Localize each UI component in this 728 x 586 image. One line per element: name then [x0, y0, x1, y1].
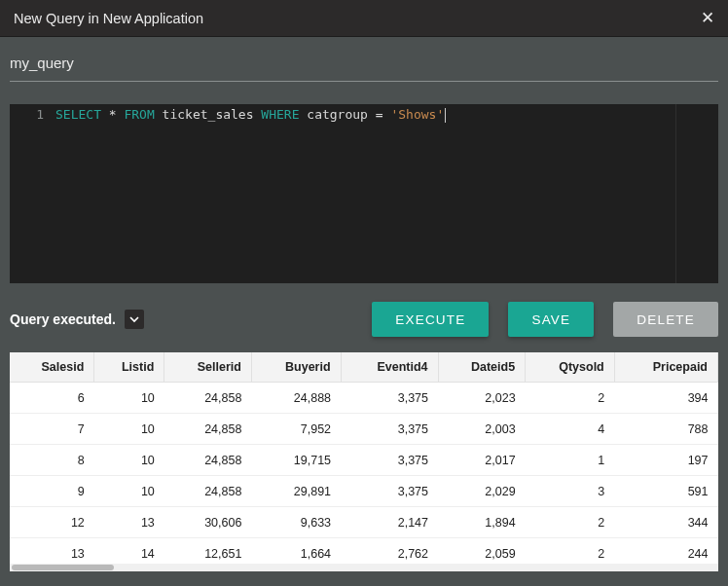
- token-col: catgroup: [299, 107, 375, 122]
- token-eq: =: [376, 107, 391, 122]
- editor-right-margin: [675, 104, 676, 283]
- query-name-row: [0, 37, 728, 82]
- scrollbar-thumb[interactable]: [12, 565, 114, 570]
- table-cell: 6: [10, 383, 94, 414]
- table-cell: 591: [614, 476, 717, 507]
- col-listid[interactable]: Listid: [94, 352, 164, 383]
- table-cell: 8: [10, 445, 94, 476]
- table-cell: 2: [526, 507, 615, 538]
- table-cell: 7: [10, 414, 94, 445]
- table-cell: 24,858: [164, 445, 252, 476]
- table-cell: 3,375: [341, 414, 438, 445]
- token-select: SELECT: [55, 107, 101, 122]
- col-sellerid[interactable]: Sellerid: [164, 352, 252, 383]
- table-cell: 30,606: [164, 507, 252, 538]
- col-dateid5[interactable]: Dateid5: [438, 352, 526, 383]
- table-row[interactable]: 71024,8587,9523,3752,0034788: [10, 414, 718, 445]
- table-cell: 197: [614, 445, 717, 476]
- line-number: 1: [10, 107, 44, 122]
- editor-gutter: 1: [10, 104, 52, 283]
- token-table: ticket_sales: [155, 107, 262, 122]
- table-cell: 9: [10, 476, 94, 507]
- table-cell: 3: [526, 476, 615, 507]
- table-cell: 2: [526, 383, 615, 414]
- delete-button[interactable]: DELETE: [613, 302, 718, 337]
- table-cell: 4: [526, 414, 615, 445]
- table-cell: 10: [94, 445, 164, 476]
- table-cell: 12: [10, 507, 94, 538]
- sql-editor[interactable]: 1 SELECT * FROM ticket_sales WHERE catgr…: [10, 104, 718, 283]
- table-cell: 13: [94, 507, 164, 538]
- table-cell: 1,894: [438, 507, 526, 538]
- table-cell: 24,858: [164, 476, 252, 507]
- token-val: 'Shows': [390, 107, 444, 122]
- save-button[interactable]: SAVE: [508, 302, 594, 337]
- table-row[interactable]: 91024,85829,8913,3752,0293591: [10, 476, 718, 507]
- table-cell: 19,715: [251, 445, 341, 476]
- text-caret: [445, 108, 446, 123]
- table-cell: 10: [94, 383, 164, 414]
- token-from: FROM: [124, 107, 154, 122]
- table-cell: 3,375: [341, 383, 438, 414]
- table-cell: 29,891: [251, 476, 341, 507]
- close-icon[interactable]: ✕: [701, 10, 714, 26]
- query-status: Query executed.: [10, 311, 116, 327]
- col-buyerid[interactable]: Buyerid: [251, 352, 341, 383]
- table-cell: 2,147: [341, 507, 438, 538]
- token-where: WHERE: [261, 107, 299, 122]
- window-title: New Query in New Application: [14, 11, 203, 26]
- table-cell: 1: [526, 445, 615, 476]
- results-table-wrap[interactable]: Salesid Listid Sellerid Buyerid Eventid4…: [10, 352, 718, 571]
- table-cell: 9,633: [251, 507, 341, 538]
- query-name-input[interactable]: [10, 51, 718, 82]
- horizontal-scrollbar[interactable]: [10, 564, 718, 571]
- results-table: Salesid Listid Sellerid Buyerid Eventid4…: [10, 352, 718, 569]
- execute-button[interactable]: EXECUTE: [372, 302, 489, 337]
- col-salesid[interactable]: Salesid: [10, 352, 94, 383]
- title-bar: New Query in New Application ✕: [0, 0, 728, 37]
- code-line-1: SELECT * FROM ticket_sales WHERE catgrou…: [55, 107, 714, 123]
- table-header-row: Salesid Listid Sellerid Buyerid Eventid4…: [10, 352, 718, 383]
- status-dropdown-toggle[interactable]: [125, 310, 144, 329]
- table-row[interactable]: 121330,6069,6332,1471,8942344: [10, 507, 718, 538]
- table-cell: 2,003: [438, 414, 526, 445]
- editor-code-area[interactable]: SELECT * FROM ticket_sales WHERE catgrou…: [52, 104, 718, 283]
- table-cell: 10: [94, 414, 164, 445]
- table-cell: 2,029: [438, 476, 526, 507]
- table-cell: 788: [614, 414, 717, 445]
- table-cell: 344: [614, 507, 717, 538]
- table-cell: 3,375: [341, 445, 438, 476]
- table-cell: 24,858: [164, 414, 252, 445]
- table-cell: 7,952: [251, 414, 341, 445]
- table-row[interactable]: 61024,85824,8883,3752,0232394: [10, 383, 718, 414]
- table-cell: 2,023: [438, 383, 526, 414]
- table-cell: 10: [94, 476, 164, 507]
- chevron-down-icon: [128, 313, 140, 325]
- table-cell: 24,858: [164, 383, 252, 414]
- table-cell: 3,375: [341, 476, 438, 507]
- table-cell: 394: [614, 383, 717, 414]
- col-qtysold[interactable]: Qtysold: [526, 352, 615, 383]
- table-cell: 2,017: [438, 445, 526, 476]
- action-bar: Query executed. EXECUTE SAVE DELETE: [10, 302, 718, 337]
- token-star: *: [101, 107, 124, 122]
- table-cell: 24,888: [251, 383, 341, 414]
- col-eventid4[interactable]: Eventid4: [341, 352, 438, 383]
- col-pricepaid[interactable]: Pricepaid: [614, 352, 717, 383]
- table-row[interactable]: 81024,85819,7153,3752,0171197: [10, 445, 718, 476]
